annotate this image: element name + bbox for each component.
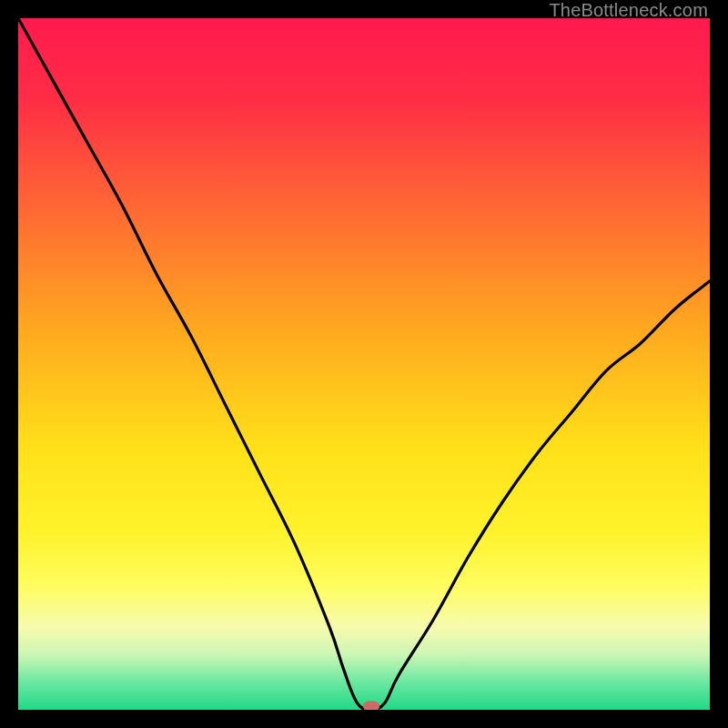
optimal-point-marker (363, 702, 379, 710)
plot-area (18, 18, 710, 710)
watermark-label: TheBottleneck.com (549, 0, 708, 21)
chart-frame: { "watermark": "TheBottleneck.com", "col… (0, 0, 728, 728)
bottleneck-curve (18, 18, 710, 710)
